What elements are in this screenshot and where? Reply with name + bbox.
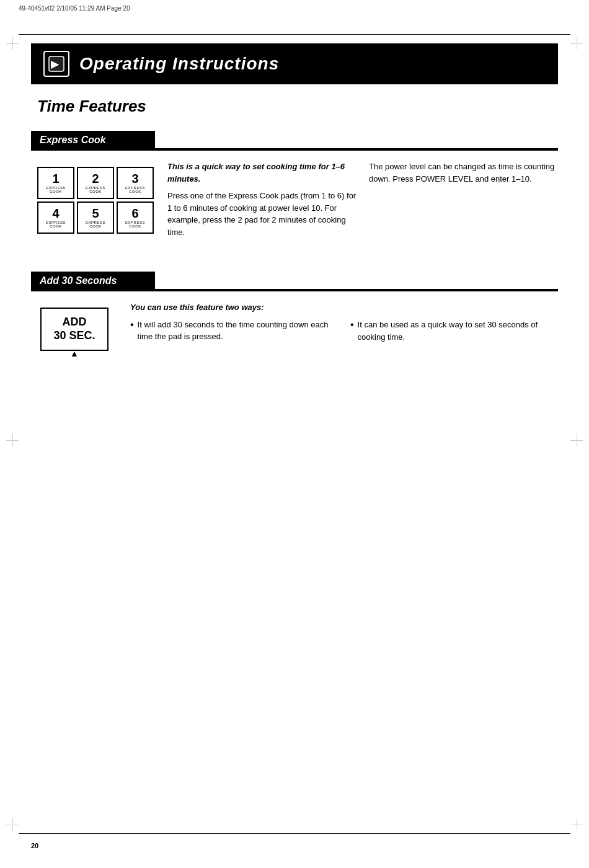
express-cook-block: Express Cook 1 EXPRESS COOK 2 EXPRESS CO… — [31, 131, 558, 253]
op-instructions-title: Operating Instructions — [79, 54, 279, 74]
directv-icon: ▶ — [48, 55, 65, 73]
registration-mark-bl — [6, 818, 19, 831]
add30-bullet2: • It can be used as a quick way to set 3… — [350, 319, 558, 343]
add30-button[interactable]: ADD 30 SEC. ▲ — [40, 308, 108, 351]
registration-mark-ml — [6, 434, 19, 446]
express-cook-col2: The power level can be changed as time i… — [369, 161, 558, 243]
key-2-number: 2 — [92, 172, 99, 185]
key-3-label: EXPRESS COOK — [119, 186, 151, 193]
key-2-label: EXPRESS COOK — [79, 186, 112, 193]
key-3[interactable]: 3 EXPRESS COOK — [117, 167, 154, 199]
key-6-label: EXPRESS COOK — [119, 221, 151, 228]
bullet-dot-2: • — [350, 319, 354, 343]
key-1-number: 1 — [52, 172, 59, 185]
border-bottom — [19, 833, 570, 834]
add30-arrow-icon: ▲ — [70, 348, 79, 358]
key-6-number: 6 — [131, 207, 138, 219]
express-cook-content: 1 EXPRESS COOK 2 EXPRESS COOK 3 EXPRESS … — [31, 149, 558, 253]
add30-line1: ADD — [63, 316, 87, 329]
add30-col2: • It can be used as a quick way to set 3… — [350, 301, 558, 357]
add30-content: ADD 30 SEC. ▲ You can use this feature t… — [31, 290, 558, 367]
add30-col1-bold: You can use this feature two ways: — [130, 303, 264, 312]
key-6[interactable]: 6 EXPRESS COOK — [117, 202, 154, 234]
bullet-dot-1: • — [130, 319, 134, 343]
add30-bullet2-text: It can be used as a quick way to set 30 … — [358, 319, 558, 343]
svg-text:▶: ▶ — [51, 59, 60, 69]
key-2[interactable]: 2 EXPRESS COOK — [77, 167, 114, 199]
key-5[interactable]: 5 EXPRESS COOK — [77, 202, 114, 234]
add30-pad-container: ADD 30 SEC. ▲ — [31, 301, 118, 357]
key-5-label: EXPRESS COOK — [79, 221, 112, 228]
key-3-number: 3 — [131, 172, 138, 185]
page-number: 20 — [31, 842, 38, 849]
page-meta: 49-40451v02 2/10/05 11:29 AM Page 20 — [19, 5, 130, 12]
op-instructions-header: ▶ Operating Instructions — [31, 43, 558, 84]
key-4-label: EXPRESS COOK — [40, 221, 72, 228]
express-cook-col2-body: The power level can be changed as time i… — [369, 161, 558, 185]
add30-block: Add 30 Seconds ADD 30 SEC. ▲ You can use… — [31, 272, 558, 367]
section-title: Time Features — [37, 97, 558, 116]
express-cook-keypad: 1 EXPRESS COOK 2 EXPRESS COOK 3 EXPRESS … — [31, 161, 155, 243]
key-1-label: EXPRESS COOK — [40, 186, 72, 193]
op-icon: ▶ — [43, 51, 69, 77]
add30-bullet1: • It will add 30 seconds to the time cou… — [130, 319, 338, 343]
key-4[interactable]: 4 EXPRESS COOK — [37, 202, 74, 234]
add30-bullet1-text: It will add 30 seconds to the time count… — [138, 319, 338, 343]
border-top — [19, 34, 570, 35]
key-1[interactable]: 1 EXPRESS COOK — [37, 167, 74, 199]
registration-mark-mr — [570, 434, 583, 446]
add30-col1: You can use this feature two ways: • It … — [130, 301, 338, 357]
express-cook-col1-bold: This is a quick way to set cooking time … — [167, 162, 345, 184]
add30-line2: 30 SEC. — [53, 329, 95, 343]
express-cook-header: Express Cook — [31, 131, 155, 149]
add30-header: Add 30 Seconds — [31, 272, 155, 290]
registration-mark-tl — [6, 37, 19, 50]
key-4-number: 4 — [52, 207, 59, 219]
registration-mark-br — [570, 818, 583, 831]
registration-mark-tr — [570, 37, 583, 50]
key-5-number: 5 — [92, 207, 99, 219]
express-cook-col1: This is a quick way to set cooking time … — [167, 161, 356, 243]
express-cook-col1-body: Press one of the Express Cook pads (from… — [167, 190, 356, 238]
